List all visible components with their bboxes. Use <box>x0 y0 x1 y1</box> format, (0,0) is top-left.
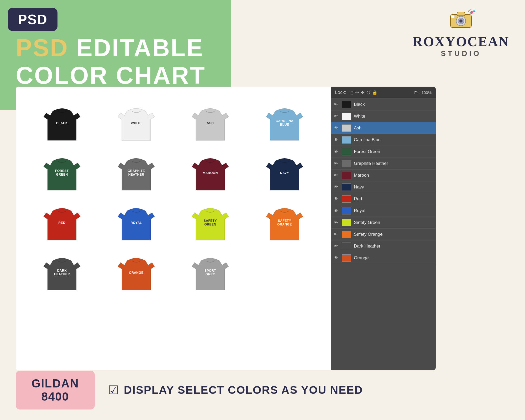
shirt-item: SAFETYGREEN <box>175 200 246 247</box>
logo-studio: STUDIO <box>413 49 509 58</box>
lock-icon-2: ✏ <box>355 90 359 95</box>
layer-thumbnail <box>342 195 351 203</box>
layer-thumbnail <box>342 219 351 226</box>
layer-name: White <box>354 114 433 119</box>
svg-text:DARK: DARK <box>57 269 67 272</box>
layer-item[interactable]: 👁 Dark Heather <box>331 240 436 252</box>
layer-name: Red <box>354 196 433 202</box>
layer-item[interactable]: 👁 Royal <box>331 205 436 217</box>
layer-thumbnail <box>342 183 351 191</box>
shirt-item: ORANGE <box>101 249 172 297</box>
svg-text:HEATHER: HEATHER <box>128 173 144 176</box>
lock-icon-3: ✥ <box>361 90 364 95</box>
lock-label: Lock: <box>335 90 346 95</box>
logo-brand: ROXYOCEAN <box>413 34 509 49</box>
layer-item[interactable]: 👁 Maroon <box>331 170 436 181</box>
layer-eye-icon[interactable]: 👁 <box>334 138 339 142</box>
layer-eye-icon[interactable]: 👁 <box>334 173 339 178</box>
svg-text:WHITE: WHITE <box>131 121 141 125</box>
shirt-shape: ORANGE <box>115 249 157 297</box>
layer-name: Royal <box>354 208 433 213</box>
svg-text:RED: RED <box>59 221 66 225</box>
svg-rect-5 <box>451 15 455 18</box>
layer-eye-icon[interactable]: 👁 <box>334 102 339 107</box>
layer-thumbnail <box>342 172 351 179</box>
title-editable: EDITABLE <box>76 34 204 61</box>
layer-eye-icon[interactable]: 👁 <box>334 232 339 237</box>
layer-eye-icon[interactable]: 👁 <box>334 244 339 249</box>
layer-thumbnail <box>342 207 351 214</box>
svg-text:GREEN: GREEN <box>56 173 68 176</box>
layer-thumbnail <box>342 243 351 250</box>
layer-eye-icon[interactable]: 👁 <box>334 161 339 166</box>
layer-name: Safety Green <box>354 220 433 225</box>
layer-thumbnail <box>342 136 351 144</box>
layer-eye-icon[interactable]: 👁 <box>334 197 339 201</box>
layer-thumbnail <box>342 101 351 108</box>
shirt-shape: CAROLINABLUE <box>264 100 306 147</box>
svg-text:CAROLINA: CAROLINA <box>276 119 293 123</box>
svg-text:ROYAL: ROYAL <box>130 221 142 225</box>
shirt-shape: DARKHEATHER <box>41 249 83 297</box>
svg-text:SAFETY: SAFETY <box>204 219 217 223</box>
product-name: GILDAN <box>32 377 79 390</box>
layer-item[interactable]: 👁 Carolina Blue <box>331 134 436 146</box>
svg-text:GRAPHITE: GRAPHITE <box>128 169 145 173</box>
layer-name: Safety Orange <box>354 232 433 237</box>
layer-thumbnail <box>342 113 351 120</box>
shirt-shape: NAVY <box>264 150 306 197</box>
layer-name: Black <box>354 102 433 107</box>
shirt-item: WHITE <box>101 100 172 147</box>
layer-item[interactable]: 👁 White <box>331 111 436 122</box>
svg-text:ORANGE: ORANGE <box>277 223 292 226</box>
layer-name: Forest Green <box>354 149 433 154</box>
layer-item[interactable]: → 👁 Ash <box>331 122 436 134</box>
shirt-item: NAVY <box>249 150 321 197</box>
layer-name: Orange <box>354 255 433 261</box>
layer-eye-icon[interactable]: 👁 <box>334 126 339 130</box>
layer-item[interactable]: 👁 Black <box>331 99 436 111</box>
layer-name: Graphite Heather <box>354 161 433 166</box>
layer-eye-icon[interactable]: 👁 <box>334 149 339 154</box>
fill-label: Fill: 100% <box>414 90 432 95</box>
svg-text:MAROON: MAROON <box>203 171 218 175</box>
layer-eye-icon[interactable]: 👁 <box>334 208 339 213</box>
layer-thumbnail <box>342 160 351 167</box>
layer-name: Dark Heather <box>354 244 433 249</box>
layer-item[interactable]: 👁 Graphite Heather <box>331 158 436 170</box>
layer-name: Navy <box>354 185 433 190</box>
layer-item[interactable]: 👁 Navy <box>331 181 436 193</box>
shirt-item: BLACK <box>26 100 98 147</box>
layer-thumbnail <box>342 148 351 155</box>
shirt-grid: BLACK WHITE ASH CAROLINABLUE FORESTGREEN <box>21 94 326 302</box>
layer-name: Maroon <box>354 173 433 178</box>
shirt-shape: MAROON <box>189 150 231 197</box>
svg-text:SAFETY: SAFETY <box>278 219 291 223</box>
layer-eye-icon[interactable]: 👁 <box>334 185 339 190</box>
lock-icon-5: 🔒 <box>372 90 377 95</box>
layer-eye-icon[interactable]: 👁 <box>334 220 339 225</box>
shirt-grid-area: BLACK WHITE ASH CAROLINABLUE FORESTGREEN <box>16 87 331 370</box>
layer-eye-icon[interactable]: 👁 <box>334 256 339 260</box>
bottom-bar: GILDAN 8400 ☑ DISPLAY SELECT COLORS AS Y… <box>16 371 509 410</box>
layer-item[interactable]: 👁 Orange <box>331 252 436 264</box>
layer-item[interactable]: 👁 Safety Orange <box>331 229 436 240</box>
product-number: 8400 <box>32 390 79 403</box>
shirt-item: FORESTGREEN <box>26 150 98 197</box>
layer-name: Carolina Blue <box>354 137 433 143</box>
logo-icon <box>413 8 509 34</box>
checkbox-icon: ☑ <box>108 383 119 397</box>
layer-item[interactable]: 👁 Forest Green <box>331 146 436 158</box>
layers-panel: Lock: ⬚ ✏ ✥ ⬡ 🔒 Fill: 100% 👁 Black 👁 Whi… <box>331 87 436 370</box>
shirt-item: DARKHEATHER <box>26 249 98 297</box>
svg-rect-4 <box>457 12 465 16</box>
shirt-item: RED <box>26 200 98 247</box>
shirt-shape: BLACK <box>41 100 83 147</box>
shirt-item: GRAPHITEHEATHER <box>101 150 172 197</box>
layer-eye-icon[interactable]: 👁 <box>334 114 339 119</box>
layer-item[interactable]: 👁 Safety Green <box>331 217 436 229</box>
layer-item[interactable]: 👁 Red <box>331 193 436 205</box>
product-badge: GILDAN 8400 <box>16 371 95 410</box>
lock-icons: ⬚ ✏ ✥ ⬡ 🔒 <box>349 90 377 95</box>
shirt-shape: RED <box>41 200 83 247</box>
